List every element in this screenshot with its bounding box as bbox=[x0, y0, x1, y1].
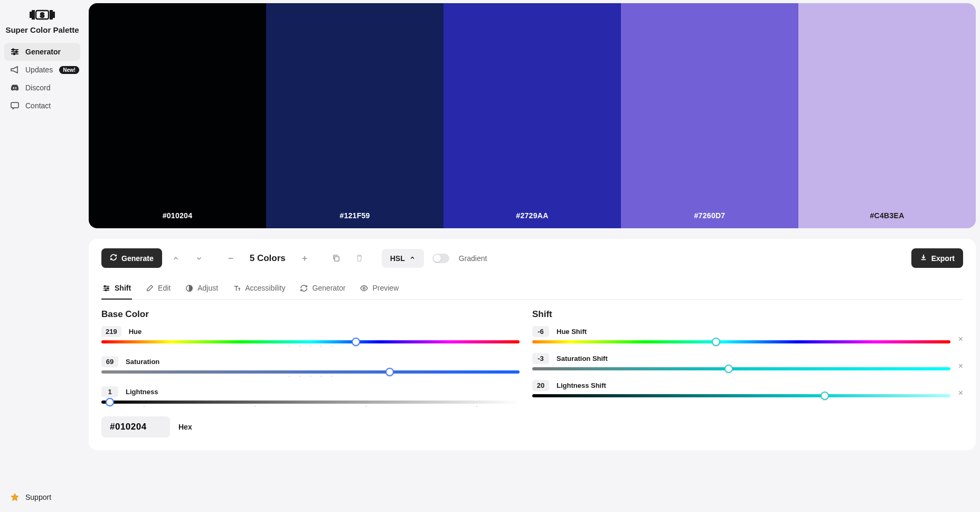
hue-label: Hue bbox=[129, 328, 142, 336]
add-color-button[interactable] bbox=[295, 249, 314, 268]
tab-adjust[interactable]: Adjust bbox=[184, 278, 219, 300]
hue-shift-slider[interactable] bbox=[532, 340, 950, 343]
svg-text:S: S bbox=[40, 12, 44, 19]
saturation-shift-thumb[interactable] bbox=[724, 365, 733, 373]
saturation-shift-slider[interactable] bbox=[532, 367, 950, 370]
lightness-label: Lightness bbox=[126, 388, 158, 396]
tab-edit[interactable]: Edit bbox=[145, 278, 172, 300]
nav-item-discord[interactable]: Discord bbox=[4, 79, 80, 97]
swatch-hex: #2729AA bbox=[516, 211, 548, 220]
undo-button[interactable] bbox=[166, 249, 185, 268]
nav-item-updates[interactable]: Updates New! bbox=[4, 61, 80, 79]
lightness-slider-row: 1 Lightness bbox=[101, 386, 520, 407]
redo-button[interactable] bbox=[190, 249, 209, 268]
hue-shift-value[interactable]: -6 bbox=[532, 326, 549, 337]
app-name: Super Color Palette bbox=[5, 25, 79, 34]
saturation-value[interactable]: 69 bbox=[101, 356, 118, 367]
hex-row: Hex bbox=[101, 416, 520, 437]
export-label: Export bbox=[931, 254, 955, 263]
logo[interactable]: S Super Color Palette bbox=[4, 6, 80, 43]
hex-label: Hex bbox=[178, 423, 192, 431]
tab-label: Adjust bbox=[197, 284, 218, 292]
swatch-3[interactable]: #7260D7 bbox=[621, 3, 798, 228]
saturation-slider[interactable] bbox=[101, 370, 520, 374]
tab-label: Accessibility bbox=[245, 284, 285, 292]
main: #010204 #121F59 #2729AA #7260D7 #C4B3EA … bbox=[84, 0, 980, 512]
lightness-slider[interactable] bbox=[101, 401, 520, 404]
tab-preview[interactable]: Preview bbox=[359, 278, 400, 300]
svg-point-21 bbox=[107, 287, 108, 288]
nav-label: Generator bbox=[25, 48, 61, 56]
lightness-shift-thumb[interactable] bbox=[821, 392, 829, 400]
svg-point-22 bbox=[105, 290, 106, 291]
shift-title: Shift bbox=[532, 309, 950, 320]
toolbar: Generate 5 Colors HSL Gradient bbox=[101, 248, 963, 268]
remove-color-button[interactable] bbox=[221, 249, 240, 268]
hue-value[interactable]: 219 bbox=[101, 326, 121, 337]
saturation-shift-reset[interactable]: × bbox=[958, 361, 963, 371]
megaphone-icon bbox=[11, 66, 19, 74]
shift-column: Shift -6 Hue Shift × bbox=[532, 309, 963, 437]
support-link[interactable]: Support bbox=[11, 493, 74, 501]
swatch-2[interactable]: #2729AA bbox=[444, 3, 621, 228]
swatch-1[interactable]: #121F59 bbox=[266, 3, 444, 228]
saturation-shift-value[interactable]: -3 bbox=[532, 353, 549, 364]
svg-rect-2 bbox=[50, 11, 52, 19]
svg-point-20 bbox=[104, 285, 105, 286]
edit-icon bbox=[146, 284, 154, 292]
generate-label: Generate bbox=[121, 254, 154, 263]
contrast-icon bbox=[185, 284, 193, 292]
lightness-shift-label: Lightness Shift bbox=[557, 381, 606, 389]
swatch-4[interactable]: #C4B3EA bbox=[798, 3, 976, 228]
nav-item-generator[interactable]: Generator bbox=[4, 43, 80, 61]
hue-slider-row: 219 Hue bbox=[101, 326, 520, 347]
support-label: Support bbox=[25, 493, 51, 501]
swatch-hex: #7260D7 bbox=[694, 211, 725, 220]
copy-button[interactable] bbox=[327, 249, 346, 268]
svg-point-10 bbox=[16, 51, 17, 53]
base-color-title: Base Color bbox=[101, 309, 520, 320]
tab-generator[interactable]: Generator bbox=[299, 278, 346, 300]
download-icon bbox=[920, 254, 927, 263]
tab-shift[interactable]: Shift bbox=[101, 278, 132, 300]
swatch-0[interactable]: #010204 bbox=[89, 3, 266, 228]
delete-button[interactable] bbox=[350, 249, 369, 268]
generate-button[interactable]: Generate bbox=[101, 248, 162, 268]
hue-slider[interactable] bbox=[101, 340, 520, 343]
svg-rect-12 bbox=[11, 103, 18, 108]
lightness-shift-slider-row: 20 Lightness Shift × bbox=[532, 380, 950, 397]
refresh-icon bbox=[300, 284, 308, 292]
tab-accessibility[interactable]: Accessibility bbox=[232, 278, 286, 300]
svg-point-24 bbox=[363, 287, 365, 289]
saturation-label: Saturation bbox=[126, 358, 159, 366]
palette-display: #010204 #121F59 #2729AA #7260D7 #C4B3EA bbox=[89, 3, 976, 228]
lightness-shift-value[interactable]: 20 bbox=[532, 380, 549, 391]
hue-shift-reset[interactable]: × bbox=[958, 334, 963, 344]
nav-item-contact[interactable]: Contact bbox=[4, 97, 80, 115]
saturation-thumb[interactable] bbox=[385, 368, 394, 376]
message-icon bbox=[11, 101, 19, 110]
nav-label: Discord bbox=[25, 83, 50, 92]
nav-label: Contact bbox=[25, 101, 51, 110]
hex-input[interactable] bbox=[101, 416, 170, 437]
text-icon bbox=[233, 284, 241, 292]
discord-icon bbox=[11, 83, 19, 92]
color-mode-button[interactable]: HSL bbox=[382, 249, 424, 268]
lightness-thumb[interactable] bbox=[106, 398, 114, 406]
svg-rect-1 bbox=[32, 11, 34, 19]
lightness-shift-reset[interactable]: × bbox=[958, 388, 963, 398]
gradient-toggle[interactable] bbox=[432, 254, 449, 263]
lightness-shift-slider[interactable] bbox=[532, 394, 950, 397]
sliders-area: Base Color 219 Hue bbox=[101, 309, 963, 437]
colors-count: 5 Colors bbox=[244, 253, 291, 264]
lightness-value[interactable]: 1 bbox=[101, 386, 118, 397]
sliders-icon bbox=[102, 284, 110, 292]
swatch-hex: #C4B3EA bbox=[870, 211, 904, 220]
nav-items: Generator Updates New! Discord Contact bbox=[4, 43, 80, 489]
tab-label: Preview bbox=[372, 284, 399, 292]
export-button[interactable]: Export bbox=[911, 248, 963, 268]
hue-shift-thumb[interactable] bbox=[712, 338, 720, 346]
saturation-shift-label: Saturation Shift bbox=[557, 355, 608, 362]
hue-thumb[interactable] bbox=[352, 338, 360, 346]
sidebar: S Super Color Palette Generator Updates … bbox=[0, 0, 84, 512]
